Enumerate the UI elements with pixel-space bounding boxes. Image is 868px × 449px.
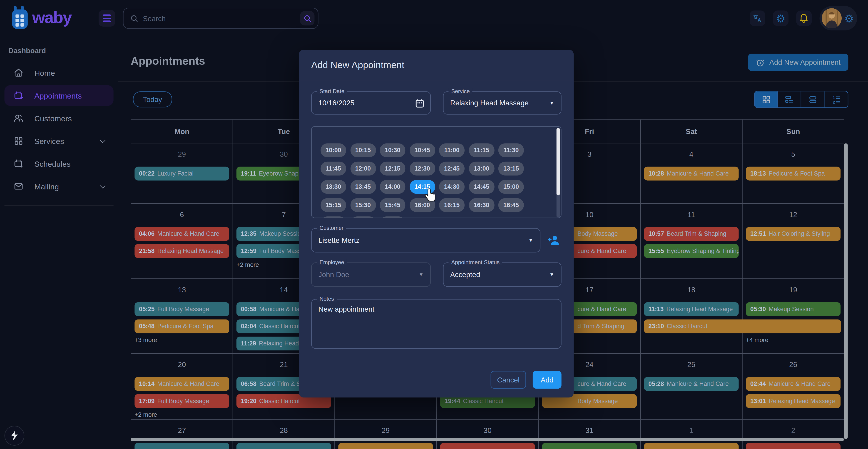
- calendar-event[interactable]: 18:13Pedicure & Foot Spa: [746, 167, 840, 181]
- calendar-event[interactable]: 10:14Manicure & Hand Care: [134, 377, 229, 391]
- calendar-day-cell[interactable]: 2602:44Manicure & Hand Care13:01Relaxing…: [743, 354, 844, 419]
- calendar-event[interactable]: 23:10Classic Haircut: [644, 319, 841, 333]
- calendar-icon[interactable]: [415, 99, 424, 108]
- time-slot[interactable]: 16:00: [410, 198, 435, 212]
- calendar-event[interactable]: [644, 443, 739, 449]
- quick-actions-button[interactable]: [4, 426, 25, 446]
- calendar-day-cell[interactable]: 2010:14Manicure & Hand Care17:09Full Bod…: [131, 354, 233, 419]
- notifications-button[interactable]: [796, 10, 812, 26]
- calendar-day-cell[interactable]: 28: [233, 420, 335, 449]
- appointment-status-select[interactable]: Appointment Status Accepted ▼: [443, 262, 562, 287]
- calendar-event[interactable]: 17:09Full Body Massage: [134, 394, 229, 408]
- time-slot[interactable]: 14:15: [410, 180, 435, 194]
- calendar-day-cell[interactable]: 31: [539, 420, 641, 449]
- calendar-day-cell[interactable]: 604:06Manicure & Hand Care21:58Relaxing …: [131, 204, 233, 279]
- time-slot[interactable]: 11:15: [469, 143, 494, 157]
- more-events[interactable]: +4 more: [746, 336, 840, 343]
- calendar-day-cell[interactable]: 2: [743, 420, 844, 449]
- employee-select[interactable]: Employee John Doe ▼: [311, 262, 431, 287]
- view-day-button[interactable]: [801, 91, 825, 107]
- sidebar-item-schedules[interactable]: Schedules: [4, 153, 114, 174]
- calendar-day-cell[interactable]: 30: [437, 420, 539, 449]
- calendar-event[interactable]: 04:06Manicure & Hand Care: [134, 227, 229, 241]
- calendar-event[interactable]: 12:51Hair Coloring & Styling: [746, 227, 840, 241]
- time-slot[interactable]: 11:45: [320, 162, 346, 175]
- time-slot[interactable]: 12:45: [439, 162, 465, 175]
- time-slot[interactable]: 13:15: [498, 162, 524, 175]
- time-slot[interactable]: 11:30: [498, 143, 524, 157]
- time-slot[interactable]: 12:00: [350, 162, 376, 175]
- time-slot[interactable]: 16:15: [439, 198, 465, 212]
- calendar-event[interactable]: [338, 443, 433, 449]
- search-input[interactable]: [143, 14, 300, 23]
- time-slot[interactable]: 14:30: [439, 180, 465, 194]
- calendar-event[interactable]: [237, 443, 331, 449]
- view-month-button[interactable]: [755, 91, 778, 107]
- time-slot[interactable]: [350, 217, 376, 218]
- calendar-horizontal-scrollbar[interactable]: [131, 438, 844, 441]
- calendar-day-cell[interactable]: 1305:25Full Body Massage05:48Pedicure & …: [131, 279, 233, 353]
- time-slot[interactable]: 13:30: [320, 180, 346, 194]
- display-settings-button[interactable]: ⚙: [773, 10, 788, 26]
- time-slot[interactable]: 10:30: [380, 143, 405, 157]
- calendar-event[interactable]: 05:48Pedicure & Foot Spa: [134, 319, 229, 333]
- calendar-day-cell[interactable]: 410:28Manicure & Hand Care: [641, 143, 743, 203]
- time-slot[interactable]: 10:15: [350, 143, 376, 157]
- calendar-day-cell[interactable]: 1212:51Hair Coloring & Styling: [743, 204, 844, 279]
- time-slot[interactable]: 14:00: [380, 180, 405, 194]
- calendar-event[interactable]: 00:22Luxury Facial: [134, 167, 229, 181]
- time-slot[interactable]: 15:45: [380, 198, 405, 212]
- calendar-event[interactable]: 05:30Makeup Session: [746, 302, 840, 316]
- time-picker-scroll-thumb[interactable]: [557, 128, 560, 195]
- time-slot[interactable]: [320, 217, 346, 218]
- sidebar-item-services[interactable]: Services: [4, 131, 114, 151]
- calendar-event[interactable]: [134, 443, 229, 449]
- view-week-button[interactable]: [778, 91, 801, 107]
- view-agenda-button[interactable]: 1 2: [825, 91, 847, 107]
- search-submit-button[interactable]: [300, 11, 314, 26]
- time-slot[interactable]: 15:30: [350, 198, 376, 212]
- time-slot[interactable]: 12:30: [410, 162, 435, 175]
- time-slot[interactable]: 15:00: [498, 180, 524, 194]
- calendar-event[interactable]: [440, 443, 535, 449]
- calendar-event[interactable]: 11:13Relaxing Head Massage: [644, 302, 739, 316]
- calendar-event[interactable]: 05:25Full Body Massage: [134, 302, 229, 316]
- calendar-day-cell[interactable]: 1: [641, 420, 743, 449]
- sidebar-item-mailing[interactable]: Mailing: [4, 176, 114, 196]
- service-select[interactable]: Service Relaxing Head Massage ▼: [443, 91, 562, 115]
- add-button[interactable]: Add: [533, 371, 562, 389]
- user-menu[interactable]: ⚙: [819, 6, 857, 30]
- calendar-event[interactable]: 10:28Manicure & Hand Care: [644, 167, 739, 181]
- calendar-day-cell[interactable]: 1905:30Makeup Session+4 more: [743, 279, 844, 353]
- time-slot[interactable]: 14:45: [469, 180, 494, 194]
- time-slot[interactable]: [380, 217, 405, 218]
- customer-select[interactable]: Customer Lisette Mertz ▼: [311, 228, 540, 252]
- calendar-vertical-scrollbar[interactable]: [844, 143, 848, 439]
- notes-input[interactable]: New appointment: [318, 305, 554, 343]
- calendar-event[interactable]: 02:44Manicure & Hand Care: [746, 377, 840, 391]
- time-slot[interactable]: 15:15: [320, 198, 346, 212]
- today-button[interactable]: Today: [133, 91, 172, 107]
- start-date-field[interactable]: Start Date 10/16/2025: [311, 91, 431, 115]
- time-slot[interactable]: 10:00: [320, 143, 346, 157]
- calendar-day-cell[interactable]: 29: [335, 420, 437, 449]
- more-events[interactable]: +3 more: [134, 336, 229, 343]
- calendar-day-cell[interactable]: 1110:57Beard Trim & Shaping15:55Eyebrow …: [641, 204, 743, 279]
- time-slot[interactable]: 13:00: [469, 162, 494, 175]
- sidebar-item-customers[interactable]: Customers: [4, 108, 114, 128]
- calendar-day-cell[interactable]: 2900:22Luxury Facial: [131, 143, 233, 203]
- sidebar-item-home[interactable]: Home: [4, 62, 114, 83]
- time-slot[interactable]: 16:45: [498, 198, 524, 212]
- add-new-appointment-button[interactable]: Add New Appointment: [748, 54, 848, 71]
- time-slot[interactable]: 12:15: [380, 162, 405, 175]
- time-slot[interactable]: 13:45: [350, 180, 376, 194]
- calendar-event[interactable]: [542, 443, 637, 449]
- sidebar-item-appointments[interactable]: Appointments: [4, 85, 114, 106]
- calendar-event[interactable]: 05:28Manicure & Hand Care: [644, 377, 739, 391]
- calendar-event[interactable]: 15:55Eyebrow Shaping & Tinting: [644, 244, 739, 258]
- calendar-day-cell[interactable]: 2505:28Manicure & Hand Care: [641, 354, 743, 419]
- menu-toggle-button[interactable]: [99, 10, 115, 27]
- time-slot[interactable]: 10:45: [410, 143, 435, 157]
- calendar-day-cell[interactable]: 518:13Pedicure & Foot Spa: [743, 143, 844, 203]
- add-customer-icon[interactable]: [547, 234, 560, 247]
